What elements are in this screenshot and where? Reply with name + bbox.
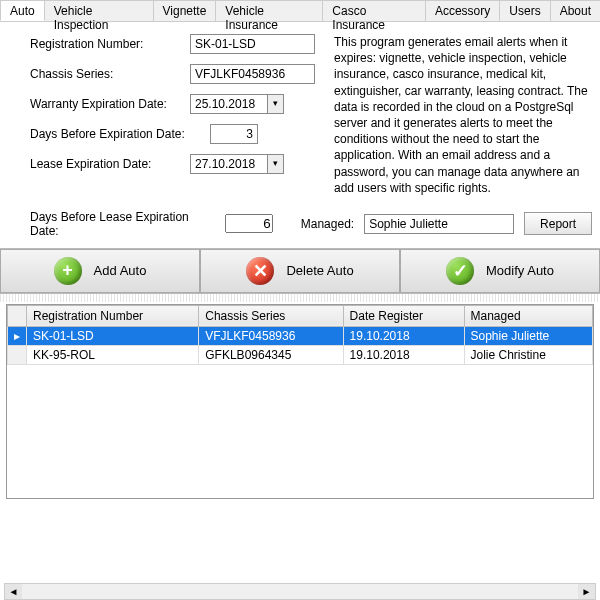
chassis-input[interactable]: [190, 64, 315, 84]
col-header[interactable]: Managed: [464, 305, 592, 326]
del-label: Delete Auto: [286, 263, 353, 278]
row-marker-icon: [8, 345, 27, 364]
tab-vignette[interactable]: Vignette: [153, 0, 217, 21]
tab-users[interactable]: Users: [499, 0, 550, 21]
add-auto-button[interactable]: + Add Auto: [0, 249, 200, 293]
tab-accessory[interactable]: Accessory: [425, 0, 500, 21]
divider: [0, 294, 600, 302]
tab-vehicle-inspection[interactable]: Vehicle Inspection: [44, 0, 154, 21]
plus-icon: +: [54, 257, 82, 285]
days-before-input[interactable]: [210, 124, 258, 144]
col-header[interactable]: Chassis Series: [199, 305, 343, 326]
warranty-label: Warranty Expiration Date:: [30, 97, 190, 111]
report-button[interactable]: Report: [524, 212, 592, 235]
scroll-left-icon[interactable]: ◄: [5, 584, 22, 599]
managed-input[interactable]: [364, 214, 514, 234]
reg-input[interactable]: [190, 34, 315, 54]
delete-auto-button[interactable]: ✕ Delete Auto: [200, 249, 400, 293]
x-icon: ✕: [246, 257, 274, 285]
col-header[interactable]: Date Register: [343, 305, 464, 326]
description-text: This program generates email alerts when…: [330, 34, 592, 196]
check-icon: ✓: [446, 257, 474, 285]
chevron-down-icon[interactable]: ▾: [268, 154, 284, 174]
col-header[interactable]: Registration Number: [27, 305, 199, 326]
modify-auto-button[interactable]: ✓ Modify Auto: [400, 249, 600, 293]
tab-bar: AutoVehicle InspectionVignetteVehicle In…: [0, 0, 600, 22]
tab-about[interactable]: About: [550, 0, 600, 21]
days-before-label: Days Before Expiration Date:: [30, 127, 210, 141]
add-label: Add Auto: [94, 263, 147, 278]
table-row[interactable]: KK-95-ROLGFKLB096434519.10.2018Jolie Chr…: [8, 345, 593, 364]
warranty-date-input[interactable]: [190, 94, 268, 114]
chevron-down-icon[interactable]: ▾: [268, 94, 284, 114]
mod-label: Modify Auto: [486, 263, 554, 278]
horizontal-scrollbar[interactable]: ◄ ►: [4, 583, 596, 600]
days-lease-input[interactable]: [225, 214, 273, 233]
auto-grid[interactable]: Registration NumberChassis SeriesDate Re…: [6, 304, 594, 499]
tab-casco-insurance[interactable]: Casco Insurance: [322, 0, 426, 21]
scroll-right-icon[interactable]: ►: [578, 584, 595, 599]
row-marker-icon: ▸: [8, 326, 27, 345]
chassis-label: Chassis Series:: [30, 67, 190, 81]
table-row[interactable]: ▸SK-01-LSDVFJLKF045893619.10.2018Sophie …: [8, 326, 593, 345]
days-lease-label: Days Before Lease Expiration Date:: [30, 210, 215, 238]
tab-vehicle-insurance[interactable]: Vehicle Insurance: [215, 0, 323, 21]
lease-label: Lease Expiration Date:: [30, 157, 190, 171]
managed-label: Managed:: [301, 217, 354, 231]
tab-auto[interactable]: Auto: [0, 0, 45, 21]
lease-date-input[interactable]: [190, 154, 268, 174]
reg-label: Registration Number:: [30, 37, 190, 51]
